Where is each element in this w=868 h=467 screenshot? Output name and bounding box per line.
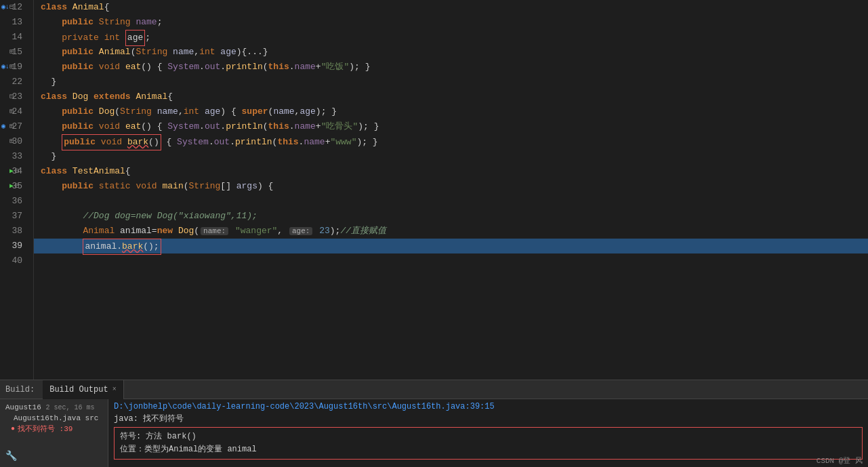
expand-icon-19: ⊞ — [9, 60, 14, 75]
build-error-path[interactable]: D:\jonbhelp\code\daily-learning-code\202… — [114, 402, 863, 411]
collapse-icon-23: ⊟ — [9, 89, 14, 104]
line-num-34: ▶ ⊟ 34 — [0, 164, 28, 179]
code-line-37: //Dog dog=new Dog("xiaowang",11); — [34, 209, 868, 224]
expand-icon-27: ⊞ — [9, 119, 14, 134]
line-num-14: 14 — [0, 30, 28, 45]
step-indicator-27: ◉ — [1, 119, 5, 134]
build-error-message: java: 找不到符号 — [114, 413, 863, 424]
code-line-12: class Animal{ — [34, 0, 868, 15]
line-num-19[interactable]: ◉↓ ⊞ 19 — [0, 60, 28, 75]
bottom-status-bar: CSDN @登 风 — [811, 454, 868, 467]
line-num-23: ⊟ 23 — [0, 89, 28, 104]
code-editor: ◉↓ ⊟ 12 13 14 ⊞ 15 ◉↓ ⊞ 19 22 ⊟ — [0, 0, 868, 380]
code-line-38: Animal animal=new Dog(name: "wanger", ag… — [34, 224, 868, 239]
source-file-label: August16th.java src — [14, 414, 98, 422]
build-tab-close[interactable]: × — [112, 386, 117, 393]
build-error-detail-1: 符号: 方法 bark() — [120, 430, 856, 442]
line-num-12[interactable]: ◉↓ ⊟ 12 — [0, 0, 28, 15]
expand-icon-15: ⊞ — [9, 45, 14, 60]
run-icon-35: ▶ — [9, 179, 14, 194]
line-num-24: ⊞ 24 — [0, 104, 28, 119]
code-line-27: public void eat() { System.out.println(t… — [34, 119, 868, 134]
step-indicator-19: ◉↓ — [1, 60, 9, 75]
build-panel: Build: Build Output × August16 2 sec, 16… — [0, 380, 868, 467]
code-line-22: } — [34, 75, 868, 89]
error-label: 找不到符号 :39 — [18, 424, 73, 434]
step-indicator-12: ◉↓ — [1, 0, 9, 15]
build-output-tab-label: Build Output — [49, 385, 108, 394]
code-line-35: public static void main(String[] args) { — [34, 179, 868, 194]
line-num-35: ▶ ⊟ 35 — [0, 179, 28, 194]
line-num-36: 36 — [0, 194, 28, 209]
build-error-detail-2: 位置：类型为Animal的变量 animal — [120, 443, 856, 455]
line-num-15: ⊞ 15 — [0, 45, 28, 60]
collapse-icon-35: ⊟ — [15, 179, 19, 194]
build-sidebar-entry[interactable]: August16 2 sec, 16 ms — [3, 402, 105, 413]
wrench-icon[interactable]: 🔧 — [5, 450, 17, 462]
line-num-33: 33 — [0, 149, 28, 164]
build-output-tab[interactable]: Build Output × — [43, 380, 123, 399]
line-num-13: 13 — [0, 15, 28, 30]
build-label: Build: — [5, 385, 35, 394]
expand-icon-24: ⊞ — [9, 104, 14, 119]
build-sidebar-sub: August16th.java src ● 找不到符号 :39 — [3, 413, 105, 434]
code-line-24: public Dog(String name,int age) { super(… — [34, 104, 868, 119]
build-error-item[interactable]: ● 找不到符号 :39 — [11, 424, 105, 434]
build-error-details-box: 符号: 方法 bark() 位置：类型为Animal的变量 animal — [114, 427, 863, 460]
code-line-34: class TestAnimal{ — [34, 164, 868, 179]
line-num-39: 39 — [0, 239, 28, 253]
line-num-27[interactable]: ◉ ⊞ 27 — [0, 119, 28, 134]
line-num-30: ⊞ 30 — [0, 134, 28, 149]
line-num-38: 38 — [0, 224, 28, 239]
line-num-37: 37 — [0, 209, 28, 224]
error-dot-icon: ● — [11, 425, 15, 432]
build-main-output: D:\jonbhelp\code\daily-learning-code\202… — [108, 399, 868, 467]
expand-icon-30: ⊞ — [9, 134, 14, 149]
collapse-icon-34: ⊟ — [15, 164, 19, 179]
code-line-40 — [34, 253, 868, 268]
code-line-15: public Animal(String name,int age){...} — [34, 45, 868, 60]
code-line-14: private int age; — [34, 30, 868, 45]
csdn-label: CSDN @登 风 — [817, 457, 863, 465]
line-numbers-gutter: ◉↓ ⊟ 12 13 14 ⊞ 15 ◉↓ ⊞ 19 22 ⊟ — [0, 0, 34, 380]
code-line-30: public void bark() { System.out.println(… — [34, 134, 868, 149]
code-line-36 — [34, 194, 868, 209]
code-line-19: public void eat() { System.out.println(t… — [34, 60, 868, 75]
code-line-23: class Dog extends Animal{ — [34, 89, 868, 104]
build-item-time: 2 sec, 16 ms — [45, 404, 94, 411]
code-content[interactable]: class Animal{ public String name; privat… — [34, 0, 868, 380]
collapse-icon-12: ⊟ — [9, 0, 14, 15]
code-line-33: } — [34, 149, 868, 164]
code-line-13: public String name; — [34, 15, 868, 30]
build-content-area: August16 2 sec, 16 ms August16th.java sr… — [0, 399, 868, 467]
build-tabs-bar: Build: Build Output × — [0, 380, 868, 399]
line-num-40: 40 — [0, 253, 28, 268]
code-line-39: animal.bark(); — [34, 239, 868, 253]
line-num-22: 22 — [0, 75, 28, 89]
run-icon-34: ▶ — [9, 164, 14, 179]
build-source-file[interactable]: August16th.java src — [11, 413, 105, 424]
build-item-name: August16 — [5, 403, 41, 411]
